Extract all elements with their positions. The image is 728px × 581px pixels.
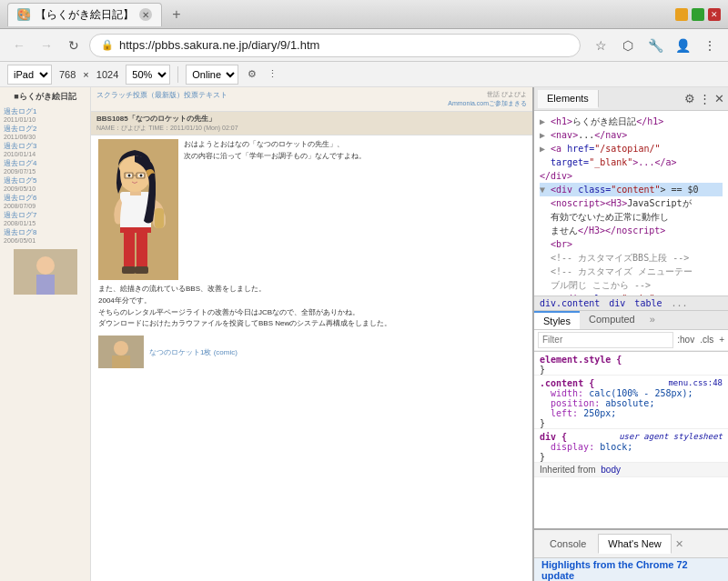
viewport-width: 768 — [59, 69, 76, 80]
sidebar-item-4[interactable]: 過去ログ4 2009/07/15 — [4, 158, 86, 175]
html-line-1: ▶ <h1>らくがき絵日記</h1> — [540, 115, 723, 128]
sidebar-date-7: 2008/01/15 — [4, 220, 86, 226]
device-selector[interactable]: iPad — [7, 65, 52, 85]
new-tab-button[interactable]: + — [166, 4, 187, 25]
html-line-noscript: <noscript><H3>JavaScriptが — [540, 196, 723, 210]
devtools-vertical-dots[interactable]: ⋮ — [699, 92, 711, 105]
filter-plus-button[interactable]: + — [719, 335, 724, 345]
svg-rect-11 — [155, 208, 164, 228]
sidebar-link-4: 過去ログ4 — [4, 158, 86, 168]
webpage-content: ■らくがき絵日記 過去ログ1 2011/01/10 過去ログ2 2011/06/… — [0, 87, 532, 581]
css-prop-display: display: — [540, 442, 594, 452]
css-rule-element-style: element.style { } — [534, 352, 728, 376]
css-rule-content: .content { menu.css:48 width: calc(100% … — [534, 376, 728, 429]
user-icon[interactable]: 👤 — [672, 35, 693, 56]
breadcrumb-div[interactable]: div — [609, 298, 625, 308]
toolbar-separator — [177, 66, 178, 83]
satopian-link[interactable]: Ammonia.comご参加まきる — [448, 100, 527, 106]
sidebar-date-8: 2006/05/01 — [4, 237, 86, 244]
css-selector-div: div { — [540, 432, 567, 442]
close-button[interactable]: ✕ — [708, 8, 721, 21]
breadcrumb-table[interactable]: table — [634, 298, 662, 308]
minimize-button[interactable] — [675, 8, 688, 21]
html-line-noscript2: 有効でないため正常に動作し — [540, 210, 723, 224]
post-text-line2: 次の内容に沿って「学年一お調子もの」なんですよね。 — [184, 152, 366, 160]
thumbnail-link[interactable]: なつのロケット1枚 (comic) — [149, 347, 238, 357]
sidebar-item-2[interactable]: 過去ログ2 2011/06/30 — [4, 124, 86, 140]
sidebar-item-8[interactable]: 過去ログ8 2006/05/01 — [4, 227, 86, 244]
whats-new-tab[interactable]: What's New — [598, 534, 671, 554]
navigation-bar: ← → ↻ 🔒 https://pbbs.sakura.ne.jp/diary/… — [0, 29, 728, 62]
styles-more-tab[interactable]: » — [644, 311, 661, 329]
html-line-4: target="_blank">...</a> — [540, 155, 723, 169]
breadcrumb-text: div.content div table ... — [540, 298, 688, 308]
filter-hov-button[interactable]: :hov — [677, 335, 694, 345]
post-text-line4: 2004年分です。 — [98, 296, 151, 305]
svg-rect-5 — [136, 230, 147, 271]
console-close-button[interactable]: ✕ — [675, 538, 683, 550]
css-val-left: 250px; — [583, 408, 616, 418]
sidebar-item-1[interactable]: 過去ログ1 2011/01/10 — [4, 106, 86, 123]
css-selector-element: element.style { — [540, 355, 622, 365]
bookmark-button[interactable]: ☆ — [590, 35, 612, 56]
css-rule-div: div { user agent stylesheet display: blo… — [534, 429, 728, 463]
post-text-continued: また、絵描きの流れているBBS、改善をしました。 2004年分です。 そちらのレ… — [98, 284, 525, 330]
svg-rect-23 — [112, 356, 130, 368]
filter-bar: :hov .cls + — [534, 330, 728, 351]
html-line-comment2b: ブル閉じ ここから --> — [540, 278, 723, 292]
html-line-selected[interactable]: ▼ <div class="content"> == $0 — [540, 183, 723, 196]
blog-title: ■らくがき絵日記 — [4, 91, 86, 103]
breadcrumb-divcontent[interactable]: div.content — [540, 298, 600, 308]
html-line-br: <br> — [540, 237, 723, 251]
computed-tab[interactable]: Computed — [580, 311, 644, 329]
main-area: ■らくがき絵日記 過去ログ1 2011/01/10 過去ログ2 2011/06/… — [0, 87, 728, 581]
bbs-link[interactable]: スクラッチ投票（最新版）投票テキスト — [96, 91, 228, 99]
html-line-comment1: <!-- カスタマイズBBS上段 --> — [540, 251, 723, 265]
filter-cls-button[interactable]: .cls — [700, 335, 713, 345]
window-controls: ✕ — [675, 8, 721, 21]
svg-rect-6 — [122, 266, 136, 274]
svg-point-1 — [36, 256, 55, 275]
sidebar-date-4: 2009/07/15 — [4, 168, 86, 175]
html-line-2: ▶ <nav>...</nav> — [540, 128, 723, 142]
breadcrumb-dots: ... — [672, 298, 688, 308]
post-text-line3: また、絵描きの流れているBBS、改善をしました。 — [98, 285, 266, 293]
address-bar[interactable]: 🔒 https://pbbs.sakura.ne.jp/diary/9/1.ht… — [89, 34, 581, 57]
html-tree[interactable]: ▶ <h1>らくがき絵日記</h1> ▶ <nav>...</nav> ▶ <a… — [534, 111, 728, 296]
css-source-menu[interactable]: menu.css:48 — [668, 378, 723, 387]
sidebar-date-3: 2010/01/14 — [4, 151, 86, 157]
css-brace-close-3: } — [540, 452, 545, 462]
styles-tab[interactable]: Styles — [534, 311, 580, 329]
zoom-selector[interactable]: 50% — [126, 65, 170, 85]
back-button[interactable]: ← — [7, 34, 31, 57]
refresh-button[interactable]: ↻ — [62, 34, 86, 57]
chrome-icon[interactable]: ⬡ — [617, 35, 639, 56]
maximize-button[interactable] — [692, 8, 704, 21]
inherited-body-link[interactable]: body — [601, 465, 621, 475]
elements-tab[interactable]: Elements — [538, 90, 599, 108]
menu-button[interactable]: ⋮ — [699, 35, 721, 56]
sidebar-link-1: 過去ログ1 — [4, 106, 86, 116]
network-selector[interactable]: Online — [186, 65, 238, 85]
devtools-settings-icon[interactable]: ⚙ — [684, 92, 695, 105]
css-brace-close-1: } — [540, 365, 545, 375]
sidebar-link-5: 過去ログ5 — [4, 175, 86, 185]
console-tab[interactable]: Console — [540, 534, 596, 554]
devtools-close-icon[interactable]: ✕ — [714, 92, 724, 105]
html-line-noscript3: ません</H3></noscript> — [540, 224, 723, 237]
post-text-line5: そちらのレンタル平ページライトの改善が今日はJCBなので、全部がありかね。 — [98, 308, 359, 316]
sidebar-item-3[interactable]: 過去ログ3 2010/01/14 — [4, 141, 86, 157]
highlight-text: Highlights from the Chrome 72 update — [541, 559, 721, 581]
filter-input[interactable] — [538, 332, 673, 348]
sidebar-item-7[interactable]: 過去ログ7 2008/01/15 — [4, 210, 86, 226]
sidebar-item-5[interactable]: 過去ログ5 2009/05/10 — [4, 175, 86, 192]
extension-icon[interactable]: 🔧 — [644, 35, 666, 56]
forward-button[interactable]: → — [35, 34, 58, 57]
tab-close-button[interactable]: ✕ — [139, 8, 152, 21]
tab-favicon: 🎨 — [17, 8, 30, 21]
svg-rect-2 — [36, 275, 55, 295]
toolbar-more-button[interactable]: ⋮ — [266, 68, 279, 80]
browser-tab[interactable]: 🎨 【らくがき絵日記】 ✕ — [7, 3, 162, 26]
settings-icon[interactable]: ⚙ — [246, 68, 258, 80]
sidebar-item-6[interactable]: 過去ログ6 2008/07/09 — [4, 193, 86, 209]
